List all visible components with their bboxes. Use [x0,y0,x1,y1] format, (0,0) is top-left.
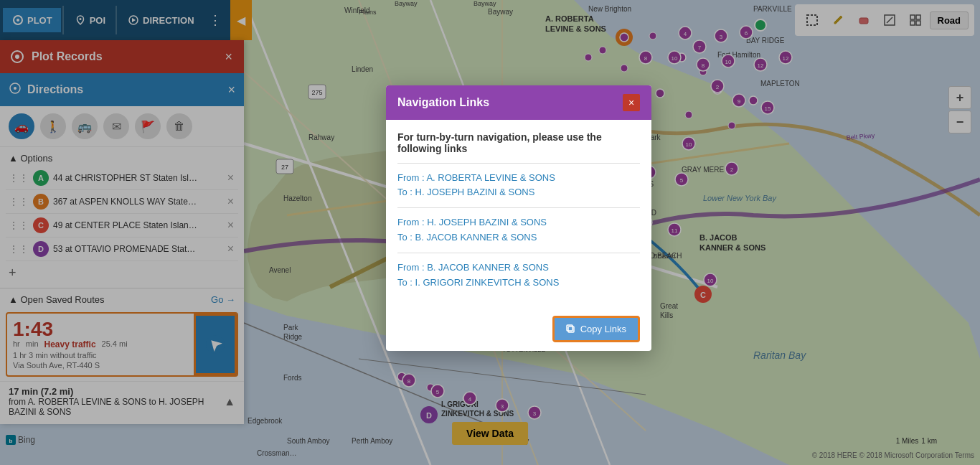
nav-link-to-3[interactable]: To : I. GRIGORI ZINKEVITCH & SONS [397,276,640,291]
modal-body: For turn-by-turn navigation, please use … [386,120,651,308]
nav-link-group-3: From : B. JACOB KANNER & SONS To : I. GR… [397,260,640,291]
modal-header: Navigation Links × [386,85,651,120]
nav-link-to-1[interactable]: To : H. JOSEPH BAZINI & SONS [397,185,640,200]
modal-overlay[interactable]: Navigation Links × For turn-by-turn navi… [0,0,980,465]
modal-intro-text: For turn-by-turn navigation, please use … [397,131,640,154]
nav-link-group-1: From : A. ROBERTA LEVINE & SONS To : H. … [397,171,640,201]
nav-link-to-2[interactable]: To : B. JACOB KANNER & SONS [397,230,640,245]
modal-footer: Copy Links [386,307,651,351]
modal-divider-2 [397,207,640,208]
svg-rect-168 [567,325,573,331]
modal-divider-1 [397,163,640,164]
modal-close-button[interactable]: × [623,94,640,111]
copy-links-label: Copy Links [580,324,626,334]
modal-divider-3 [397,253,640,253]
nav-link-group-2: From : H. JOSEPH BAZINI & SONS To : B. J… [397,215,640,245]
modal-title: Navigation Links [397,96,489,109]
copy-icon [566,324,576,334]
navigation-links-modal: Navigation Links × For turn-by-turn navi… [386,85,651,352]
nav-link-from-2[interactable]: From : H. JOSEPH BAZINI & SONS [397,215,640,230]
svg-rect-167 [568,327,574,332]
nav-link-from-1[interactable]: From : A. ROBERTA LEVINE & SONS [397,171,640,186]
nav-link-from-3[interactable]: From : B. JACOB KANNER & SONS [397,260,640,276]
copy-links-button[interactable]: Copy Links [552,316,640,342]
